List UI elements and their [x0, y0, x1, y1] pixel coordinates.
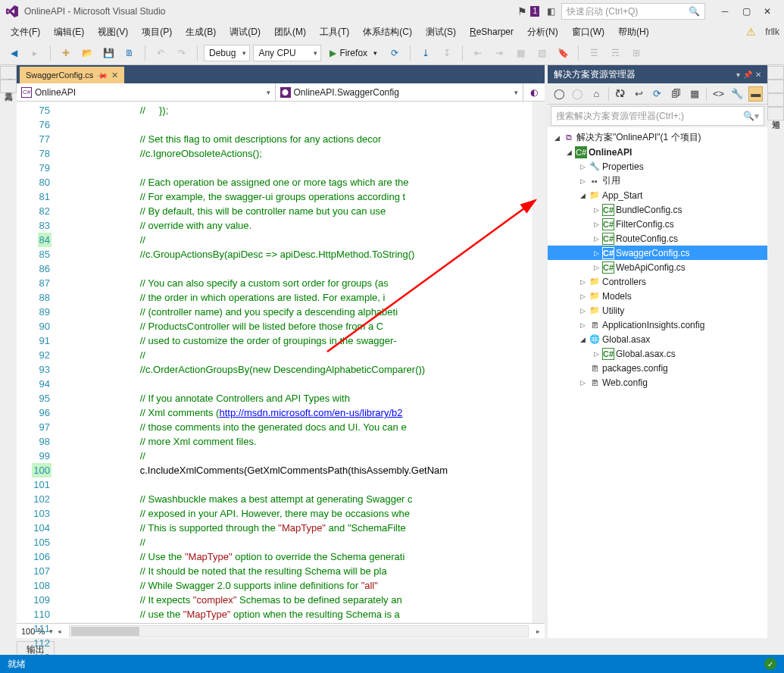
minimize-button[interactable]: ─ [714, 3, 736, 20]
scope-combo[interactable]: ⬤ OnlineAPI.SwaggerConfig [276, 83, 523, 101]
file-globalasax-cs[interactable]: ▷C#Global.asax.cs [548, 346, 767, 361]
file-routeconfig[interactable]: ▷C#RouteConfig.cs [548, 231, 767, 246]
sol-home-button[interactable]: ⌂ [589, 86, 604, 102]
step-into-button[interactable]: ↧ [438, 44, 456, 62]
menu-project[interactable]: 项目(P) [136, 24, 178, 40]
menu-build[interactable]: 生成(B) [180, 24, 222, 40]
redo-button[interactable]: ↷ [173, 44, 191, 62]
project-combo[interactable]: C# OnlineAPI [17, 83, 276, 101]
folder-models[interactable]: ▷📁Models [548, 289, 767, 303]
notification-badge[interactable]: 1 [530, 6, 539, 17]
indent-less-button[interactable]: ⇤ [469, 44, 487, 62]
sol-fwd-button[interactable]: ◯ [571, 86, 586, 102]
menu-test[interactable]: 测试(S) [420, 24, 462, 40]
sol-showall-button[interactable]: ▦ [688, 86, 702, 102]
server-explorer-tab[interactable]: 服务器资源管理器 [0, 66, 17, 80]
sol-sync-button[interactable]: 🗘 [614, 86, 628, 102]
project-node[interactable]: ◢C#OnlineAPI [548, 145, 767, 159]
menu-resharper[interactable]: ReSharper [464, 25, 520, 39]
vertical-scrollbar[interactable] [533, 102, 545, 623]
warning-icon[interactable]: ⚠ [746, 26, 756, 38]
file-swaggerconfig[interactable]: ▷C#SwaggerConfig.cs [548, 246, 767, 260]
pin-icon[interactable]: 📌 [96, 69, 108, 81]
sol-preview-button[interactable]: 🔧 [730, 86, 745, 102]
menu-debug[interactable]: 调试(D) [223, 24, 267, 40]
references-node[interactable]: ▷▪▪引用 [548, 174, 767, 188]
solution-tree[interactable]: ◢⧉解决方案"OnlineAPI"(1 个项目) ◢C#OnlineAPI ▷🔧… [548, 127, 767, 638]
menu-edit[interactable]: 编辑(E) [48, 24, 90, 40]
menu-tools[interactable]: 工具(T) [314, 24, 355, 40]
solution-platform-combo[interactable]: Any CPU [253, 45, 321, 61]
solution-search-input[interactable]: 搜索解决方案资源管理器(Ctrl+;) 🔍▾ [551, 106, 764, 126]
ext1-button[interactable]: ☰ [585, 44, 603, 62]
horizontal-scrollbar[interactable] [69, 625, 529, 637]
nav-back-button[interactable]: ◀ [5, 44, 23, 62]
toolbox-tab[interactable]: 工具箱 [0, 80, 17, 93]
team-explorer-tab[interactable]: 团队资源管理器 [767, 93, 784, 107]
menu-architecture[interactable]: 体系结构(C) [357, 24, 418, 40]
open-file-button[interactable]: 📂 [78, 44, 96, 62]
file-globalasax[interactable]: ◢🌐Global.asax [548, 332, 767, 346]
panel-pin-icon[interactable]: 📌 [743, 70, 752, 79]
nav-forward-button[interactable]: ▸ [26, 44, 44, 62]
code-text[interactable]: // }); // Set this flag to omit descript… [70, 102, 533, 623]
ext2-button[interactable]: ☴ [606, 44, 624, 62]
file-appinsights[interactable]: ▷🖹ApplicationInsights.config [548, 318, 767, 332]
file-webapiconfig[interactable]: ▷C#WebApiConfig.cs [548, 260, 767, 274]
member-combo[interactable]: ◐ [523, 83, 545, 101]
file-filterconfig[interactable]: ▷C#FilterConfig.cs [548, 217, 767, 231]
sol-properties-button[interactable]: <> [711, 86, 726, 102]
feedback-icon[interactable]: ◧ [547, 6, 555, 17]
file-webconfig[interactable]: ▷🖹Web.config [548, 375, 767, 390]
sol-back-button[interactable]: ◯ [552, 86, 567, 102]
document-tab-swaggerconfig[interactable]: SwaggerConfig.cs 📌 ✕ [20, 67, 124, 83]
folder-controllers[interactable]: ▷📁Controllers [548, 274, 767, 289]
notifications-tab[interactable]: 通知 [767, 107, 784, 121]
feedback-flag-icon[interactable]: ⚑ [517, 5, 527, 17]
outline-margin[interactable] [59, 102, 70, 623]
undo-button[interactable]: ↶ [151, 44, 170, 62]
start-debug-button[interactable]: ▶Firefox▾ [324, 45, 383, 61]
quick-launch-input[interactable]: 快速启动 (Ctrl+Q) 🔍 [561, 3, 705, 20]
code-editor[interactable]: 7576777879808182838485868788899091929394… [17, 102, 545, 623]
save-button[interactable]: 💾 [99, 44, 117, 62]
sol-track-button[interactable]: ▬ [748, 86, 763, 102]
step-button[interactable]: ⤓ [417, 44, 435, 62]
properties-tab[interactable]: 属性 [767, 66, 784, 80]
menu-team[interactable]: 团队(M) [268, 24, 312, 40]
scroll-left-icon[interactable]: ◂ [58, 628, 61, 635]
menu-help[interactable]: 帮助(H) [612, 24, 655, 40]
menu-window[interactable]: 窗口(W) [566, 24, 611, 40]
maximize-button[interactable]: ▢ [736, 3, 757, 20]
comment-button[interactable]: ▦ [511, 44, 529, 62]
save-all-button[interactable]: 🗎 [120, 44, 139, 62]
close-tab-icon[interactable]: ✕ [111, 70, 118, 80]
file-packages[interactable]: 🖹packages.config [548, 361, 767, 375]
menu-view[interactable]: 视图(V) [92, 24, 134, 40]
solution-config-combo[interactable]: Debug [204, 45, 250, 61]
panel-dropdown-icon[interactable]: ▾ [736, 70, 740, 79]
close-button[interactable]: ✕ [757, 3, 778, 20]
browser-refresh-button[interactable]: ⟳ [386, 44, 404, 62]
properties-node[interactable]: ▷🔧Properties [548, 159, 767, 174]
sol-collapse-button[interactable]: 🗐 [669, 86, 683, 102]
menu-file[interactable]: 文件(F) [5, 24, 46, 40]
panel-close-icon[interactable]: ✕ [755, 70, 761, 79]
file-bundleconfig[interactable]: ▷C#BundleConfig.cs [548, 202, 767, 217]
sol-pending-button[interactable]: ↩ [632, 86, 646, 102]
folder-appstart[interactable]: ◢📁App_Start [548, 188, 767, 202]
folder-utility[interactable]: ▷📁Utility [548, 303, 767, 318]
sol-refresh-button[interactable]: ⟳ [651, 86, 665, 102]
solution-explorer-tab[interactable]: 解决方案资源管理器 [767, 80, 784, 93]
status-ok-icon[interactable]: ✓ [764, 658, 776, 670]
uncomment-button[interactable]: ▧ [533, 44, 551, 62]
scroll-right-icon[interactable]: ▸ [536, 628, 540, 635]
new-project-button[interactable]: ✚ [57, 44, 75, 62]
indent-more-button[interactable]: ⇥ [490, 44, 508, 62]
bookmark-button[interactable]: 🔖 [554, 44, 572, 62]
scrollbar-thumb[interactable] [71, 627, 139, 636]
solution-node[interactable]: ◢⧉解决方案"OnlineAPI"(1 个项目) [548, 130, 767, 145]
ext3-button[interactable]: ⊞ [627, 44, 645, 62]
menu-analyze[interactable]: 分析(N) [521, 24, 564, 40]
account-name[interactable]: frllk [765, 27, 779, 37]
